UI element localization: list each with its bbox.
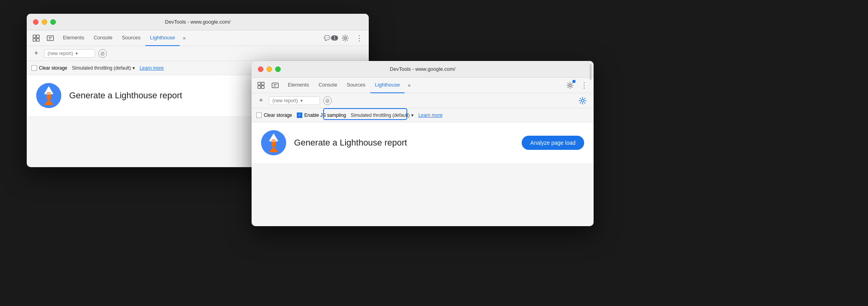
minimize-button-back[interactable] <box>42 19 47 25</box>
report-dropdown-back[interactable]: (new report) ▾ <box>44 49 95 58</box>
lighthouse-icon-back <box>36 83 61 108</box>
generate-text-front: Generate a Lighthouse report <box>294 138 407 148</box>
add-report-back[interactable]: + <box>31 49 41 57</box>
tab-actions-back: 💬 1 ⋮ <box>325 32 366 44</box>
chat-badge-back: 1 <box>331 35 338 41</box>
report-dropdown-front[interactable]: (new report) ▾ <box>269 96 320 105</box>
enable-js-checkbox-front[interactable] <box>297 112 302 118</box>
cursor-icon-front[interactable] <box>255 79 267 92</box>
dropdown-arrow-back: ▾ <box>75 51 78 56</box>
learn-more-front[interactable]: Learn more <box>418 112 442 118</box>
traffic-lights-back <box>33 19 56 25</box>
svg-rect-0 <box>33 35 36 38</box>
clear-report-back[interactable]: ⊘ <box>98 49 107 58</box>
more-icon-back[interactable]: ⋮ <box>353 32 366 44</box>
settings-icon-back[interactable] <box>339 32 351 44</box>
chat-icon-back[interactable]: 💬 1 <box>325 32 337 44</box>
clear-storage-item-back: Clear storage <box>31 65 67 71</box>
lighthouse-icon-front <box>261 130 286 155</box>
svg-rect-3 <box>37 39 39 41</box>
svg-rect-18 <box>261 86 264 88</box>
traffic-lights-front <box>258 66 281 72</box>
clear-storage-label-back: Clear storage <box>39 65 67 71</box>
title-bar-back: DevTools - www.google.com/ <box>27 14 369 30</box>
tab-elements-back[interactable]: Elements <box>58 30 89 46</box>
tab-lighthouse-front[interactable]: Lighthouse <box>370 77 405 93</box>
tabs-bar-front: Elements Console Sources Lighthouse » ⋮ <box>252 77 594 93</box>
generate-text-back: Generate a Lighthouse report <box>69 90 182 101</box>
report-bar-back: + (new report) ▾ ⊘ <box>27 46 369 61</box>
svg-point-23 <box>581 99 584 102</box>
clear-storage-label-front: Clear storage <box>264 112 292 118</box>
cursor-icon-back[interactable] <box>30 32 42 44</box>
svg-rect-2 <box>37 35 39 38</box>
analyze-page-load-button[interactable]: Analyze page load <box>522 136 584 150</box>
inspect-icon-front[interactable] <box>269 79 281 92</box>
inspect-icon-back[interactable] <box>44 32 57 44</box>
svg-rect-4 <box>47 36 53 41</box>
scrollbar-front[interactable] <box>589 61 592 226</box>
throttle-arrow-back: ▾ <box>132 65 135 71</box>
options-bar-front: Clear storage Enable JS sampling Simulat… <box>252 108 594 122</box>
svg-rect-28 <box>270 140 278 142</box>
settings-icon-front[interactable] <box>564 79 576 92</box>
clear-storage-item-front: Clear storage <box>256 112 292 118</box>
devtools-window-front: DevTools - www.google.com/ Elements Cons… <box>252 61 594 226</box>
tabs-bar-back: Elements Console Sources Lighthouse » 💬 … <box>27 30 369 46</box>
tab-actions-front: ⋮ <box>564 79 590 92</box>
tab-elements-front[interactable]: Elements <box>283 77 314 93</box>
tab-more-front[interactable]: » <box>405 80 414 90</box>
throttle-label-back: Simulated throttling (default) <box>72 65 131 71</box>
svg-point-22 <box>569 84 571 87</box>
clear-report-front[interactable]: ⊘ <box>323 96 332 105</box>
tab-console-back[interactable]: Console <box>89 30 117 46</box>
svg-rect-17 <box>261 82 264 85</box>
settings-dot <box>572 80 576 83</box>
svg-rect-19 <box>272 83 278 88</box>
main-content-front: Generate a Lighthouse report Analyze pag… <box>252 122 594 163</box>
window-title-back: DevTools - www.google.com/ <box>165 19 231 25</box>
maximize-button-back[interactable] <box>50 19 56 25</box>
tab-lighthouse-back[interactable]: Lighthouse <box>145 30 180 46</box>
throttle-label-front: Simulated throttling (default) <box>351 112 410 118</box>
tab-more-back[interactable]: » <box>180 33 189 43</box>
close-button-back[interactable] <box>33 19 39 25</box>
maximize-button-front[interactable] <box>275 66 281 72</box>
learn-more-back[interactable]: Learn more <box>140 65 164 71</box>
report-placeholder-back: (new report) <box>48 51 73 56</box>
svg-rect-12 <box>45 93 53 94</box>
title-bar-front: DevTools - www.google.com/ <box>252 61 594 77</box>
tab-console-front[interactable]: Console <box>314 77 342 93</box>
enable-js-item-front: Enable JS sampling <box>297 112 346 118</box>
tab-sources-front[interactable]: Sources <box>342 77 370 93</box>
throttle-dropdown-back[interactable]: Simulated throttling (default) ▾ <box>72 65 135 71</box>
window-title-front: DevTools - www.google.com/ <box>390 66 456 72</box>
close-button-front[interactable] <box>258 66 263 72</box>
svg-point-7 <box>344 37 346 39</box>
report-placeholder-front: (new report) <box>272 98 298 103</box>
report-bar-front: + (new report) ▾ ⊘ <box>252 93 594 108</box>
dropdown-arrow-front: ▾ <box>300 98 303 103</box>
tab-sources-back[interactable]: Sources <box>117 30 145 46</box>
throttle-dropdown-front[interactable]: Simulated throttling (default) ▾ <box>351 112 414 118</box>
clear-storage-checkbox-front[interactable] <box>256 112 262 118</box>
minimize-button-front[interactable] <box>267 66 272 72</box>
enable-js-label-front: Enable JS sampling <box>304 112 346 118</box>
svg-rect-15 <box>258 82 261 85</box>
settings-blue-icon[interactable] <box>576 94 589 107</box>
add-report-front[interactable]: + <box>256 96 266 105</box>
clear-storage-checkbox-back[interactable] <box>31 65 37 71</box>
svg-rect-16 <box>258 86 261 88</box>
svg-rect-1 <box>33 39 36 41</box>
throttle-arrow-front: ▾ <box>411 112 414 118</box>
